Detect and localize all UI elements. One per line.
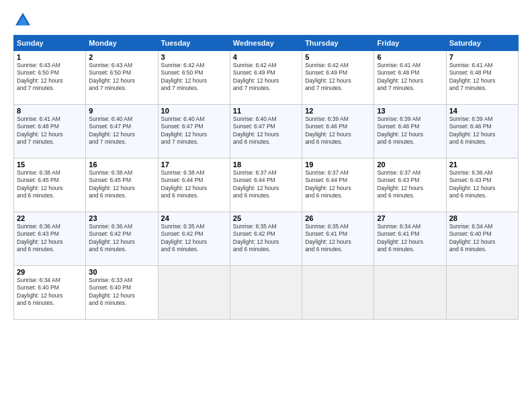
day-number: 22 bbox=[17, 214, 83, 222]
day-info: Sunrise: 6:40 AMSunset: 6:47 PMDaylight:… bbox=[233, 116, 299, 146]
day-info: Sunrise: 6:43 AMSunset: 6:50 PMDaylight:… bbox=[89, 62, 154, 93]
day-number: 17 bbox=[161, 161, 227, 169]
day-number: 5 bbox=[305, 53, 371, 61]
day-number: 26 bbox=[305, 214, 371, 222]
day-info: Sunrise: 6:37 AMSunset: 6:44 PMDaylight:… bbox=[305, 169, 371, 200]
day-cell bbox=[230, 266, 302, 320]
day-number: 18 bbox=[233, 161, 299, 169]
logo bbox=[13, 11, 35, 30]
header bbox=[13, 11, 519, 30]
day-number: 12 bbox=[305, 107, 371, 115]
day-number: 20 bbox=[377, 161, 443, 169]
day-number: 19 bbox=[305, 161, 371, 169]
day-number: 11 bbox=[233, 107, 299, 115]
day-number: 9 bbox=[89, 107, 154, 115]
day-cell bbox=[446, 266, 518, 320]
col-header-wednesday: Wednesday bbox=[230, 36, 302, 51]
day-info: Sunrise: 6:34 AMSunset: 6:41 PMDaylight:… bbox=[377, 223, 443, 254]
day-info: Sunrise: 6:37 AMSunset: 6:44 PMDaylight:… bbox=[233, 169, 299, 200]
day-number: 14 bbox=[449, 107, 515, 115]
day-cell: 23Sunrise: 6:36 AMSunset: 6:42 PMDayligh… bbox=[86, 212, 158, 266]
day-number: 25 bbox=[233, 214, 299, 222]
day-number: 23 bbox=[89, 214, 154, 222]
day-number: 8 bbox=[17, 107, 83, 115]
day-info: Sunrise: 6:41 AMSunset: 6:48 PMDaylight:… bbox=[449, 62, 515, 93]
day-cell bbox=[374, 266, 446, 320]
day-cell bbox=[158, 266, 230, 320]
day-number: 7 bbox=[449, 53, 515, 61]
col-header-thursday: Thursday bbox=[302, 36, 374, 51]
day-number: 16 bbox=[89, 161, 154, 169]
day-number: 24 bbox=[161, 214, 227, 222]
day-info: Sunrise: 6:38 AMSunset: 6:45 PMDaylight:… bbox=[17, 169, 83, 200]
day-number: 2 bbox=[89, 53, 154, 61]
day-cell: 18Sunrise: 6:37 AMSunset: 6:44 PMDayligh… bbox=[230, 158, 302, 212]
day-number: 10 bbox=[161, 107, 227, 115]
day-info: Sunrise: 6:35 AMSunset: 6:41 PMDaylight:… bbox=[305, 223, 371, 254]
day-cell: 13Sunrise: 6:39 AMSunset: 6:46 PMDayligh… bbox=[374, 105, 446, 158]
day-cell: 1Sunrise: 6:43 AMSunset: 6:50 PMDaylight… bbox=[14, 51, 86, 105]
day-cell: 3Sunrise: 6:42 AMSunset: 6:50 PMDaylight… bbox=[158, 51, 230, 105]
day-cell: 8Sunrise: 6:41 AMSunset: 6:48 PMDaylight… bbox=[14, 105, 86, 158]
day-info: Sunrise: 6:39 AMSunset: 6:46 PMDaylight:… bbox=[449, 116, 515, 146]
col-header-sunday: Sunday bbox=[14, 36, 86, 51]
day-cell: 17Sunrise: 6:38 AMSunset: 6:44 PMDayligh… bbox=[158, 158, 230, 212]
day-cell: 10Sunrise: 6:40 AMSunset: 6:47 PMDayligh… bbox=[158, 105, 230, 158]
day-cell: 5Sunrise: 6:42 AMSunset: 6:49 PMDaylight… bbox=[302, 51, 374, 105]
day-info: Sunrise: 6:38 AMSunset: 6:45 PMDaylight:… bbox=[89, 169, 154, 200]
col-header-saturday: Saturday bbox=[446, 36, 518, 51]
day-cell: 26Sunrise: 6:35 AMSunset: 6:41 PMDayligh… bbox=[302, 212, 374, 266]
day-cell: 22Sunrise: 6:36 AMSunset: 6:43 PMDayligh… bbox=[14, 212, 86, 266]
day-cell: 7Sunrise: 6:41 AMSunset: 6:48 PMDaylight… bbox=[446, 51, 518, 105]
day-info: Sunrise: 6:36 AMSunset: 6:43 PMDaylight:… bbox=[449, 169, 515, 200]
day-cell: 20Sunrise: 6:37 AMSunset: 6:43 PMDayligh… bbox=[374, 158, 446, 212]
day-cell: 28Sunrise: 6:34 AMSunset: 6:40 PMDayligh… bbox=[446, 212, 518, 266]
day-cell: 30Sunrise: 6:33 AMSunset: 6:40 PMDayligh… bbox=[86, 266, 158, 320]
day-cell: 21Sunrise: 6:36 AMSunset: 6:43 PMDayligh… bbox=[446, 158, 518, 212]
day-number: 1 bbox=[17, 53, 83, 61]
day-info: Sunrise: 6:35 AMSunset: 6:42 PMDaylight:… bbox=[233, 223, 299, 254]
day-number: 27 bbox=[377, 214, 443, 222]
day-info: Sunrise: 6:33 AMSunset: 6:40 PMDaylight:… bbox=[89, 277, 154, 308]
day-number: 13 bbox=[377, 107, 443, 115]
day-cell: 12Sunrise: 6:39 AMSunset: 6:46 PMDayligh… bbox=[302, 105, 374, 158]
day-number: 30 bbox=[89, 268, 154, 276]
col-header-monday: Monday bbox=[86, 36, 158, 51]
day-cell: 6Sunrise: 6:41 AMSunset: 6:48 PMDaylight… bbox=[374, 51, 446, 105]
week-row-5: 29Sunrise: 6:34 AMSunset: 6:40 PMDayligh… bbox=[14, 266, 519, 320]
day-number: 4 bbox=[233, 53, 299, 61]
day-cell: 14Sunrise: 6:39 AMSunset: 6:46 PMDayligh… bbox=[446, 105, 518, 158]
calendar-table: SundayMondayTuesdayWednesdayThursdayFrid… bbox=[13, 35, 519, 320]
day-number: 28 bbox=[449, 214, 515, 222]
day-info: Sunrise: 6:39 AMSunset: 6:46 PMDaylight:… bbox=[305, 116, 371, 146]
day-cell: 27Sunrise: 6:34 AMSunset: 6:41 PMDayligh… bbox=[374, 212, 446, 266]
day-number: 29 bbox=[17, 268, 83, 276]
day-number: 15 bbox=[17, 161, 83, 169]
day-info: Sunrise: 6:35 AMSunset: 6:42 PMDaylight:… bbox=[161, 223, 227, 254]
day-info: Sunrise: 6:40 AMSunset: 6:47 PMDaylight:… bbox=[89, 116, 154, 146]
day-cell: 4Sunrise: 6:42 AMSunset: 6:49 PMDaylight… bbox=[230, 51, 302, 105]
week-row-1: 1Sunrise: 6:43 AMSunset: 6:50 PMDaylight… bbox=[14, 51, 519, 105]
logo-icon bbox=[13, 11, 32, 30]
day-info: Sunrise: 6:36 AMSunset: 6:42 PMDaylight:… bbox=[89, 223, 154, 254]
page: { "header": { "logo_line1": "General", "… bbox=[0, 0, 532, 411]
day-cell: 15Sunrise: 6:38 AMSunset: 6:45 PMDayligh… bbox=[14, 158, 86, 212]
week-row-3: 15Sunrise: 6:38 AMSunset: 6:45 PMDayligh… bbox=[14, 158, 519, 212]
col-header-friday: Friday bbox=[374, 36, 446, 51]
day-cell: 9Sunrise: 6:40 AMSunset: 6:47 PMDaylight… bbox=[86, 105, 158, 158]
day-number: 21 bbox=[449, 161, 515, 169]
day-info: Sunrise: 6:36 AMSunset: 6:43 PMDaylight:… bbox=[17, 223, 83, 254]
day-cell: 24Sunrise: 6:35 AMSunset: 6:42 PMDayligh… bbox=[158, 212, 230, 266]
day-cell: 16Sunrise: 6:38 AMSunset: 6:45 PMDayligh… bbox=[86, 158, 158, 212]
header-row: SundayMondayTuesdayWednesdayThursdayFrid… bbox=[14, 36, 519, 51]
day-info: Sunrise: 6:38 AMSunset: 6:44 PMDaylight:… bbox=[161, 169, 227, 200]
col-header-tuesday: Tuesday bbox=[158, 36, 230, 51]
week-row-2: 8Sunrise: 6:41 AMSunset: 6:48 PMDaylight… bbox=[14, 105, 519, 158]
day-info: Sunrise: 6:42 AMSunset: 6:49 PMDaylight:… bbox=[305, 62, 371, 93]
day-cell: 29Sunrise: 6:34 AMSunset: 6:40 PMDayligh… bbox=[14, 266, 86, 320]
day-info: Sunrise: 6:42 AMSunset: 6:50 PMDaylight:… bbox=[161, 62, 227, 93]
day-info: Sunrise: 6:37 AMSunset: 6:43 PMDaylight:… bbox=[377, 169, 443, 200]
day-number: 3 bbox=[161, 53, 227, 61]
day-info: Sunrise: 6:34 AMSunset: 6:40 PMDaylight:… bbox=[449, 223, 515, 254]
day-cell: 11Sunrise: 6:40 AMSunset: 6:47 PMDayligh… bbox=[230, 105, 302, 158]
